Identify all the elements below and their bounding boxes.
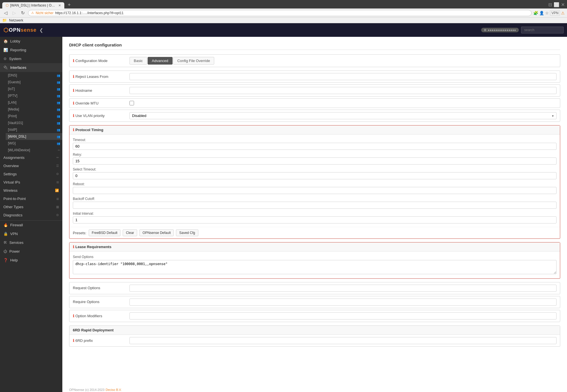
sidebar-sub-vault101[interactable]: [Vault101] 👥 [6,120,62,126]
sidebar-sub-wan-dsl[interactable]: [WAN_DSL] 👥 [6,133,62,140]
sidebar-item-other-types[interactable]: Other Types ▦ [0,203,62,211]
sidebar-settings-label: Settings [3,172,17,176]
sidebar-item-firewall[interactable]: 🔥 Firewall [0,221,62,229]
sidebar-assignments-label: Assignments [3,155,24,160]
sidebar-item-wireless[interactable]: Wireless 📶 [0,186,62,195]
lan-group-icon: 👥 [57,101,60,104]
sidebar-item-virtual-ips[interactable]: Virtual IPs ⊞ [0,178,62,186]
tab-config-file-button[interactable]: Config File Override [173,57,215,65]
reboot-input[interactable] [73,187,557,194]
sidebar-item-interfaces[interactable]: 🔌 Interfaces [0,63,62,72]
guests-group-icon: 👥 [57,81,60,84]
sidebar-sub-iptv[interactable]: [IPTV] 👥 [6,92,62,99]
search-input[interactable] [521,27,564,33]
backoff-cutoff-input[interactable] [73,202,557,209]
sidebar-item-reporting[interactable]: 📊 Reporting [0,46,62,54]
hostname-input[interactable] [129,87,557,94]
overview-list-icon: ☰ [56,164,59,168]
tab-basic-button[interactable]: Basic [129,57,147,65]
option-modifiers-input[interactable] [129,312,557,319]
retry-field: Retry: [73,153,557,165]
services-icon: 🛠 [3,240,7,245]
new-tab-button[interactable]: + [65,1,73,8]
grd-prefix-label: 6RD prefix [75,338,93,343]
sidebar-sub-media[interactable]: [Media] 👥 [6,106,62,113]
send-options-textarea[interactable]: dhcp-class-identifier "100008,0001,,opns… [73,260,557,274]
override-mtu-info-icon: ℹ [73,101,74,105]
tab-advanced-button[interactable]: Advanced [148,57,173,65]
lease-req-info-icon: ℹ [73,245,74,249]
reject-leases-info-icon: ℹ [73,74,74,79]
sidebar-sub-dns[interactable]: [DNS] 👥 [6,72,62,79]
sidebar-item-lobby[interactable]: 🏠 Lobby [0,37,62,46]
sidebar-sub-guests[interactable]: [Guests] 👥 [6,79,62,86]
initial-interval-label: Initial Interval: [73,212,557,216]
timeout-input[interactable] [73,143,557,150]
lobby-icon: 🏠 [3,39,8,43]
sidebar-diagnostics-label: Diagnostics [3,213,22,217]
assignments-edit-icon: ✏ [56,156,59,159]
folder-icon: 📁 [2,18,7,22]
override-mtu-label: Override MTU [75,101,99,105]
option-modifiers-info-icon: ℹ [73,314,74,318]
sidebar-item-services[interactable]: 🛠 Services [0,238,62,247]
retry-input[interactable] [73,157,557,165]
reporting-icon: 📊 [3,48,8,52]
url-bar[interactable]: https://172.16.1.1:...../interfaces.php?… [55,11,529,15]
sidebar-item-assignments[interactable]: Assignments ✏ [0,154,62,162]
sidebar-item-settings[interactable]: Settings ⚙ [0,170,62,178]
preset-saved-button[interactable]: Saved Cfg [176,229,198,236]
request-options-input[interactable] [129,285,557,292]
security-warning-icon: ⚠ [31,11,34,15]
iptv-group-icon: 👥 [57,94,60,97]
require-options-input[interactable] [129,299,557,306]
user-status: ●●●●●●●●●●●●●●● [481,28,519,32]
sidebar-sub-voip[interactable]: [VoIP] 👥 [6,126,62,133]
config-mode-info-icon: ℹ [73,59,74,63]
bookmark-icon[interactable]: ☆ [545,11,549,15]
refresh-button[interactable]: ↻ [19,10,26,16]
preset-clear-button[interactable]: Clear [123,229,137,236]
sidebar-vpn-label: VPN [10,232,18,236]
sidebar-sub-iot[interactable]: [IoT] 👥 [6,86,62,92]
initial-interval-input[interactable] [73,216,557,223]
tab-close-icon[interactable]: ✕ [58,4,61,7]
profile-icon[interactable]: 👤 [539,11,544,15]
preset-freebsd-button[interactable]: FreeBSD Default [89,229,121,236]
hostname-info-icon: ℹ [73,88,74,93]
wan-dsl-group-icon: 👥 [57,135,60,138]
sidebar-item-overview[interactable]: Overview ☰ [0,162,62,170]
select-timeout-input[interactable] [73,172,557,179]
vlan-priority-select[interactable]: Disabled [129,112,557,119]
select-timeout-label: Select Timeout: [73,167,557,171]
back-button[interactable]: ◁ [2,10,9,16]
interfaces-icon: 🔌 [3,65,8,70]
lease-requirements-label: Lease Requirements [75,245,111,249]
vpn-sidebar-icon: 🔒 [3,232,8,236]
grd-prefix-input[interactable] [129,337,557,344]
extensions-icon: 🧩 [533,11,538,15]
sidebar-sub-wg[interactable]: [WG] 👥 [6,140,62,147]
tab-title: [WAN_DSL] | Interfaces | OPNse... [10,3,56,7]
sidebar-item-diagnostics[interactable]: Diagnostics ⚙ [0,211,62,219]
wlan-device-group-icon: ✏ [58,149,60,152]
browser-tab-active[interactable]: ⬡ [WAN_DSL] | Interfaces | OPNse... ✕ [2,2,64,8]
sidebar-item-help[interactable]: ❓ Help [0,256,62,265]
reject-leases-input[interactable] [129,73,557,80]
sidebar-sub-wlan-device[interactable]: [WLANDevice] ✏ [6,147,62,154]
sidebar-item-vpn[interactable]: 🔒 VPN [0,229,62,238]
sidebar-sub-print[interactable]: [Print] 👥 [6,113,62,120]
power-icon: ⏻ [3,249,7,253]
sidebar-item-point-to-point[interactable]: Point-to-Point 🖥 [0,195,62,203]
diagnostics-icon: ⚙ [56,213,59,217]
sidebar-collapse-button[interactable]: ❮ [39,27,43,33]
footer-link[interactable]: Deciso B.V. [106,388,122,391]
forward-button[interactable]: ▷ [11,10,18,16]
sidebar-item-power[interactable]: ⏻ Power [0,247,62,256]
sidebar-sub-lan[interactable]: [LAN] 👥 [6,99,62,106]
sidebar-item-system[interactable]: ⚙ System [0,54,62,63]
override-mtu-checkbox[interactable] [129,101,134,105]
bookmark-netzwerk[interactable]: Netzwerk [9,18,23,22]
sidebar-interfaces-label: Interfaces [10,65,26,70]
preset-opnsense-button[interactable]: OPNsense Default [139,229,174,236]
